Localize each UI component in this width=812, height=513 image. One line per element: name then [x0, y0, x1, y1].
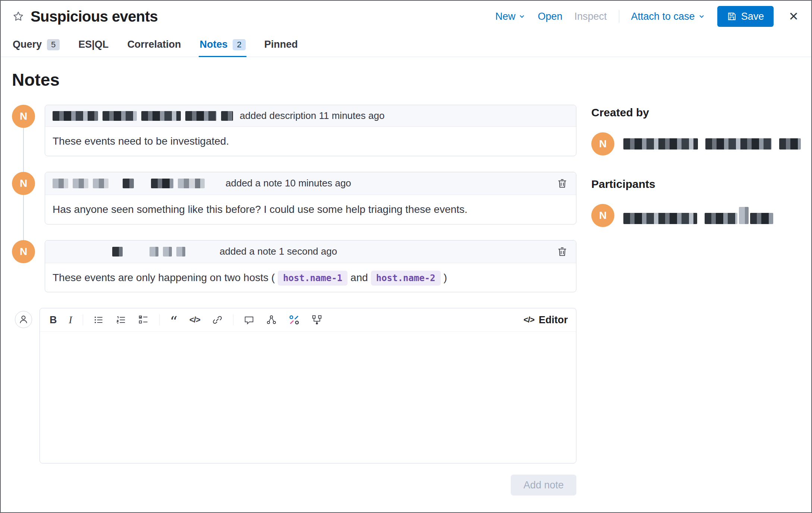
- italic-icon[interactable]: I: [67, 314, 74, 327]
- redacted-username: [176, 247, 185, 256]
- new-note-editor-row: B I “ </>: [12, 308, 576, 463]
- note-body: These events need to be investigated.: [45, 127, 576, 156]
- code-icon[interactable]: </>: [188, 314, 202, 325]
- notes-sidebar: Created by N Participants N: [591, 66, 800, 495]
- tab-pinned[interactable]: Pinned: [264, 32, 299, 57]
- redacted-username: [163, 247, 172, 256]
- note-header: added a note 1 second ago: [45, 240, 576, 263]
- add-note-button[interactable]: Add note: [511, 475, 576, 495]
- created-by-row: N: [591, 132, 800, 155]
- note-body-conjunction: and: [350, 272, 368, 283]
- tab-correlation[interactable]: Correlation: [126, 32, 182, 57]
- redacted-text: [739, 207, 749, 224]
- note-header: added a note 10 minutes ago: [45, 172, 576, 195]
- note-event-text: added a note 10 minutes ago: [226, 177, 351, 189]
- redacted-text: [750, 213, 773, 224]
- tab-notes-label: Notes: [199, 39, 227, 50]
- redacted-text-group: [705, 207, 773, 224]
- delete-note-icon[interactable]: [556, 177, 569, 190]
- tab-pinned-label: Pinned: [264, 39, 298, 50]
- redacted-text: [623, 213, 697, 224]
- timeline-tabs: Query 5 ES|QL Correlation Notes 2 Pinned: [1, 32, 811, 57]
- editor-toolbar: B I “ </>: [40, 308, 576, 332]
- chevron-down-icon: [518, 13, 526, 20]
- note-body-suffix: ): [444, 272, 447, 283]
- notes-count-badge: 2: [233, 39, 245, 50]
- redacted-username: [141, 111, 181, 121]
- redacted-text: [705, 138, 772, 150]
- note-body-prefix: These events are only happening on two h…: [53, 272, 275, 283]
- redacted-username: [151, 179, 173, 188]
- timeline-header: Suspicious events New Open Inspect Attac…: [1, 1, 811, 32]
- inspect-button[interactable]: Inspect: [574, 11, 607, 22]
- redacted-name: [623, 138, 801, 150]
- timeline-icon[interactable]: [287, 313, 301, 327]
- redacted-username: [53, 111, 98, 121]
- save-label: Save: [741, 11, 764, 22]
- redacted-username: [112, 247, 123, 256]
- redacted-username: [93, 179, 108, 188]
- note-panel: added description 11 minutes ago These e…: [45, 105, 576, 156]
- unordered-list-icon[interactable]: [92, 313, 106, 327]
- osquery-icon[interactable]: [310, 313, 324, 327]
- ordered-list-icon[interactable]: [114, 313, 128, 327]
- add-note-row: Add note: [12, 475, 576, 495]
- tab-query[interactable]: Query 5: [12, 32, 60, 57]
- note-panel: added a note 1 second ago These events a…: [45, 240, 576, 293]
- redacted-username: [53, 179, 68, 188]
- bold-icon[interactable]: B: [48, 314, 59, 327]
- editor-mode-label: Editor: [539, 314, 568, 326]
- markdown-editor: B I “ </>: [40, 308, 576, 463]
- redacted-username: [150, 247, 158, 256]
- redacted-text: [705, 213, 737, 224]
- attach-to-case-button[interactable]: Attach to case: [631, 11, 705, 22]
- tab-esql[interactable]: ES|QL: [78, 32, 109, 57]
- participants-heading: Participants: [591, 178, 800, 191]
- vertical-divider: [619, 10, 619, 23]
- graph-icon[interactable]: [265, 313, 278, 327]
- new-label: New: [495, 11, 515, 22]
- favorite-star-icon[interactable]: [11, 9, 25, 23]
- toolbar-separator: [159, 314, 160, 325]
- toolbar-separator: [83, 314, 83, 325]
- comment-icon[interactable]: [242, 313, 256, 327]
- quote-icon[interactable]: “: [169, 313, 179, 327]
- tab-notes[interactable]: Notes 2: [199, 32, 246, 57]
- link-icon[interactable]: [211, 313, 224, 327]
- open-button[interactable]: Open: [538, 11, 562, 22]
- person-icon: [18, 314, 29, 325]
- note-item: N added description 11 minutes ago These…: [12, 105, 576, 156]
- chevron-down-icon: [698, 13, 705, 20]
- save-icon: [727, 12, 737, 21]
- note-header: added description 11 minutes ago: [45, 105, 576, 127]
- new-button[interactable]: New: [495, 11, 526, 22]
- task-list-icon[interactable]: [137, 313, 150, 327]
- redacted-username: [178, 179, 205, 188]
- note-panel: added a note 10 minutes ago Has anyone s…: [45, 172, 576, 224]
- created-by-heading: Created by: [591, 106, 800, 119]
- redacted-username: [103, 111, 137, 121]
- note-item: N added a note 1 second ago: [12, 240, 576, 293]
- participant-avatar: N: [591, 204, 614, 227]
- save-button[interactable]: Save: [717, 6, 774, 27]
- editor-mode-toggle[interactable]: </> Editor: [523, 314, 568, 326]
- note-avatar: N: [12, 172, 35, 195]
- attach-to-case-label: Attach to case: [631, 11, 695, 22]
- redacted-text: [623, 138, 698, 150]
- current-user-avatar: [15, 311, 32, 328]
- toolbar-separator: [233, 314, 233, 325]
- note-avatar: N: [12, 105, 35, 128]
- note-avatar: N: [12, 240, 35, 263]
- note-event-text: added a note 1 second ago: [220, 246, 337, 257]
- redacted-username: [185, 111, 217, 121]
- redacted-username: [123, 179, 134, 188]
- redacted-name: [623, 207, 773, 224]
- note-body: Has anyone seen something like this befo…: [45, 195, 576, 224]
- query-count-badge: 5: [47, 39, 60, 50]
- delete-note-icon[interactable]: [556, 245, 569, 258]
- participant-row: N: [591, 204, 800, 227]
- header-actions: New Open Inspect Attach to case Save ✕: [495, 6, 800, 27]
- tab-correlation-label: Correlation: [127, 39, 181, 50]
- note-text-input[interactable]: [40, 332, 576, 463]
- close-icon[interactable]: ✕: [787, 9, 800, 24]
